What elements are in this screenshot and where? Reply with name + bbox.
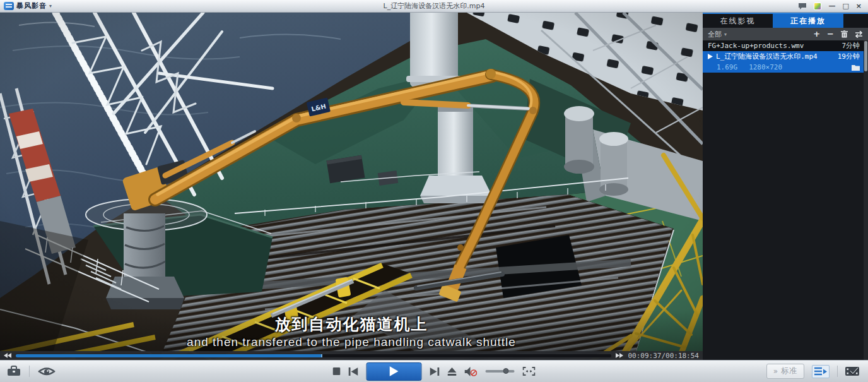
toolbox-icon[interactable] — [6, 366, 21, 377]
eject-button[interactable] — [448, 367, 457, 376]
fullscreen-icon[interactable] — [523, 367, 536, 376]
window-controls: — □ × — [729, 0, 868, 13]
close-button[interactable]: × — [856, 0, 862, 13]
playlist-item-details: 1.69G 1280×720 — [703, 62, 864, 73]
skin-icon[interactable] — [814, 3, 821, 10]
title-bar: 暴风影音 ▾ L_辽宁陆海设备汉语无水印.mp4 — □ × — [0, 0, 868, 13]
now-playing-icon — [708, 54, 713, 59]
brand-menu-caret-icon: ▾ — [49, 3, 52, 9]
media-library-icon[interactable] — [845, 366, 862, 377]
time-display: 00:09:37/00:18:54 — [628, 352, 699, 360]
filter-dropdown[interactable]: 全部 ▾ — [708, 30, 727, 39]
feedback-icon[interactable] — [798, 3, 807, 10]
remove-item-button[interactable]: − — [827, 28, 834, 40]
playlist-toolbar: 全部 ▾ + − — [703, 28, 868, 40]
playlist-toggle-icon[interactable] — [812, 365, 830, 378]
playlist-scrollbar[interactable] — [864, 40, 868, 360]
next-button[interactable] — [430, 367, 440, 376]
standard-mode-button[interactable]: » 标准 — [766, 364, 804, 379]
tab-online-movies[interactable]: 在线影视 — [703, 14, 773, 28]
control-bar: » 标准 — [0, 360, 868, 382]
playlist-item-name: FG+Jack-up+products.wmv — [708, 42, 804, 50]
playlist-item-duration: 7分钟 — [842, 41, 860, 51]
app-brand-menu[interactable]: 暴风影音 ▾ — [0, 1, 139, 11]
fast-forward-icon[interactable] — [616, 353, 623, 358]
rewind-icon[interactable] — [4, 353, 11, 358]
seek-bar[interactable] — [16, 354, 611, 357]
file-resolution: 1280×720 — [749, 63, 782, 71]
brand-name: 暴风影音 — [16, 1, 47, 11]
play-button[interactable] — [367, 362, 422, 381]
delete-icon[interactable] — [841, 30, 848, 38]
volume-slider[interactable] — [486, 370, 515, 373]
window-title: L_辽宁陆海设备汉语无水印.mp4 — [139, 1, 729, 11]
playlist-item[interactable]: FG+Jack-up+products.wmv 7分钟 — [703, 40, 864, 51]
mute-icon[interactable] — [465, 367, 478, 376]
playlist-item-duration: 19分钟 — [838, 52, 860, 61]
add-item-button[interactable]: + — [813, 28, 820, 40]
seek-fill — [16, 354, 322, 357]
playlist: FG+Jack-up+products.wmv 7分钟 L_辽宁陆海设备汉语无水… — [703, 40, 864, 73]
eye-mode-icon[interactable] — [37, 366, 56, 376]
playlist-item-selected[interactable]: L_辽宁陆海设备汉语无水印.mp4 19分钟 — [703, 51, 864, 62]
brand-logo-icon — [4, 2, 14, 10]
previous-button[interactable] — [349, 367, 358, 376]
panel-tabs: 在线影视 正在播放 — [703, 14, 868, 28]
refresh-icon[interactable] — [855, 31, 863, 38]
player-window: 暴风影音 ▾ L_辽宁陆海设备汉语无水印.mp4 — □ × — [0, 0, 868, 382]
minimize-button[interactable]: — — [828, 0, 835, 13]
open-folder-icon[interactable] — [852, 64, 860, 71]
tab-now-playing[interactable]: 正在播放 — [773, 14, 843, 28]
file-size: 1.69G — [717, 63, 737, 71]
video-viewport[interactable]: L&H 放到自动化猫道机上 and then transfered t — [0, 13, 703, 360]
maximize-button[interactable]: □ — [842, 0, 848, 13]
scrollbar-thumb[interactable] — [864, 41, 867, 71]
volume-handle[interactable] — [503, 368, 508, 374]
playlist-item-name: L_辽宁陆海设备汉语无水印.mp4 — [716, 52, 818, 61]
dropdown-caret-icon: ▾ — [724, 32, 727, 37]
video-scene: L&H — [0, 13, 703, 360]
stop-button[interactable] — [333, 367, 341, 375]
progress-strip: 00:09:37/00:18:54 — [0, 351, 703, 360]
chevrons-icon: » — [773, 367, 778, 376]
playlist-panel: 在线影视 正在播放 全部 ▾ + − — [703, 13, 868, 360]
